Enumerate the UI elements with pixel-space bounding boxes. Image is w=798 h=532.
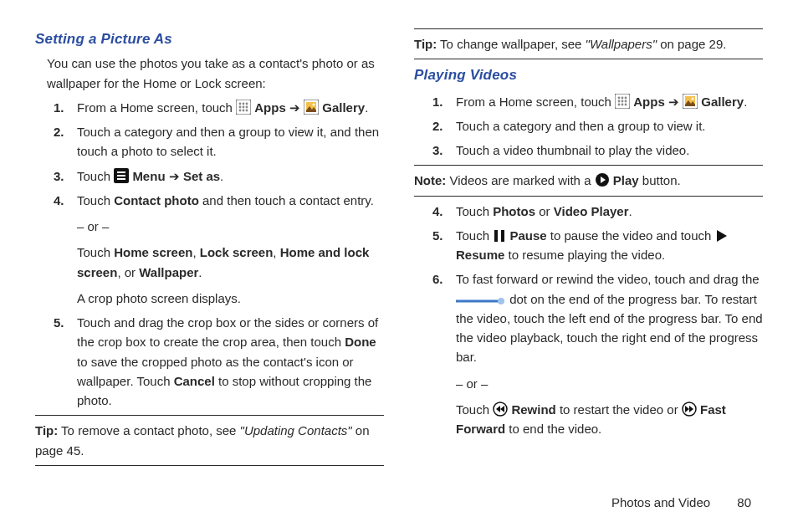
svg-point-25	[618, 103, 621, 105]
section-heading-setting: Setting a Picture As	[35, 28, 384, 50]
rewind-label: Rewind	[511, 402, 555, 417]
svg-point-22	[618, 100, 621, 102]
text: Videos are marked with a	[446, 173, 594, 187]
menu-icon	[114, 168, 129, 183]
step-1: From a Home screen, touch Apps ➔ Gallery…	[456, 92, 763, 111]
lock-screen-label: Lock screen	[200, 245, 274, 259]
setas-label: Set as	[183, 169, 220, 183]
resume-label: Resume	[456, 248, 504, 262]
text: to pause the video and touch	[547, 228, 715, 243]
photos-label: Photos	[493, 204, 535, 218]
play-circle-icon	[595, 172, 610, 187]
svg-point-2	[243, 102, 245, 105]
pause-label: Pause	[509, 228, 546, 243]
text: on page 29.	[657, 37, 726, 51]
svg-point-9	[246, 109, 248, 111]
text: From a Home screen, touch	[456, 95, 615, 109]
apps-grid-icon	[236, 100, 251, 115]
text: Touch	[456, 228, 493, 243]
divider	[414, 28, 763, 29]
svg-point-3	[246, 102, 248, 105]
step-2: Touch a category and then a group to vie…	[77, 122, 384, 161]
svg-point-7	[239, 109, 242, 111]
svg-point-4	[239, 105, 242, 108]
text: Touch	[77, 169, 114, 183]
wallpaper-label: Wallpaper	[139, 265, 198, 279]
apps-label: Apps	[254, 100, 286, 115]
step-4: Touch Photos or Video Player.	[456, 202, 763, 221]
text: To change wallpaper, see	[437, 37, 585, 51]
cancel-label: Cancel	[174, 374, 215, 388]
contact-photo-label: Contact photo	[114, 193, 199, 207]
note-lead: Note:	[414, 173, 446, 187]
divider	[35, 415, 384, 416]
done-label: Done	[345, 335, 376, 349]
gallery-label: Gallery	[701, 95, 744, 109]
resume-play-icon	[715, 229, 729, 243]
tip-reference: "Wallpapers"	[586, 37, 657, 51]
text: button.	[639, 173, 681, 187]
text: .	[629, 204, 632, 218]
svg-marker-36	[717, 230, 727, 242]
arrow: ➔	[289, 100, 304, 115]
tip-block: Tip: To change wallpaper, see "Wallpaper…	[414, 34, 763, 54]
apps-grid-icon	[615, 94, 630, 109]
svg-point-38	[498, 298, 504, 304]
svg-point-13	[313, 103, 315, 105]
arrow: ➔	[169, 169, 183, 183]
text: Touch and drag the crop box or the sides…	[77, 315, 378, 349]
svg-point-19	[618, 96, 621, 99]
or-text: – or –	[77, 217, 384, 236]
intro-text: You can use the photos you take as a con…	[47, 54, 384, 93]
arrow: ➔	[668, 95, 683, 109]
sub-text: Touch Home screen, Lock screen, Home and…	[77, 243, 384, 282]
gallery-label: Gallery	[322, 100, 365, 115]
svg-point-6	[246, 105, 248, 108]
or-text: – or –	[456, 374, 763, 393]
divider	[414, 196, 763, 197]
chapter-title: Photos and Video	[611, 495, 710, 509]
text: .	[365, 100, 368, 115]
text: .	[220, 169, 223, 183]
text: ,	[192, 245, 199, 259]
svg-point-23	[622, 100, 624, 102]
gallery-icon	[683, 94, 698, 109]
svg-point-27	[625, 103, 627, 105]
text: From a Home screen, touch	[77, 100, 236, 115]
section-heading-playing: Playing Videos	[414, 64, 763, 86]
divider	[35, 465, 384, 466]
step-5: Touch and drag the crop box or the sides…	[77, 313, 384, 410]
video-player-label: Video Player	[554, 204, 629, 218]
tip-reference: "Updating Contacts"	[240, 423, 352, 437]
svg-point-26	[622, 103, 624, 105]
text: to resume playing the video.	[504, 248, 665, 262]
step-3: Touch a video thumbnail to play the vide…	[456, 141, 763, 160]
text: Touch	[456, 402, 493, 417]
svg-point-21	[625, 96, 627, 99]
text: to end the video.	[505, 422, 601, 436]
text: Touch	[77, 245, 114, 259]
menu-label: Menu	[132, 169, 165, 183]
text: to restart the video or	[556, 402, 682, 417]
svg-point-31	[692, 97, 694, 100]
text: and then touch a contact entry.	[199, 193, 374, 207]
step-3: Touch Menu ➔ Set as.	[77, 166, 384, 186]
tip-lead: Tip:	[35, 423, 58, 437]
text: To fast forward or rewind the video, tou…	[456, 272, 760, 286]
page-footer: Photos and Video 80	[611, 493, 751, 512]
svg-point-5	[243, 105, 245, 108]
crop-text: A crop photo screen displays.	[77, 289, 384, 308]
play-label: Play	[613, 173, 639, 187]
svg-point-24	[625, 100, 627, 102]
text: Touch	[77, 193, 114, 207]
text: , or	[117, 265, 139, 279]
text: Touch	[456, 204, 493, 218]
rewind-icon	[493, 402, 508, 417]
step-2: Touch a category and then a group to vie…	[456, 116, 763, 136]
step-4: Touch Contact photo and then touch a con…	[77, 191, 384, 308]
svg-rect-34	[494, 230, 498, 242]
note-block: Note: Videos are marked with a Play butt…	[414, 171, 763, 190]
svg-point-20	[622, 96, 624, 99]
divider	[414, 59, 763, 59]
text: .	[198, 265, 202, 279]
